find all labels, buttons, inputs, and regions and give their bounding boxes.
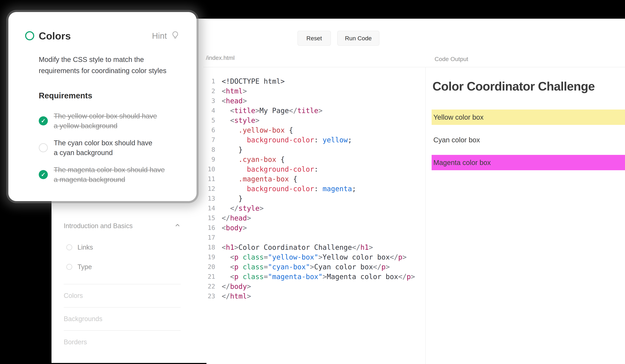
code-text[interactable]: </html> xyxy=(222,291,251,301)
sidebar-item-label: Type xyxy=(77,263,92,271)
line-number: 16 xyxy=(202,223,215,233)
code-text[interactable]: .yellow-box { xyxy=(222,125,293,135)
code-text[interactable]: <style> xyxy=(222,115,259,125)
code-text[interactable]: <p class="magenta-box">Magenta color box… xyxy=(222,272,415,281)
hint-label: Hint xyxy=(152,31,167,41)
requirement-text: The yellow color box should havea yellow… xyxy=(54,111,157,131)
code-line[interactable]: 6 .yellow-box { xyxy=(202,125,415,135)
code-text[interactable]: } xyxy=(222,145,243,155)
sidebar-item-links[interactable]: Links xyxy=(66,242,93,253)
circle-icon xyxy=(39,143,48,152)
check-circle-icon: ✓ xyxy=(39,116,48,125)
sidebar-item-label: Links xyxy=(77,244,93,251)
circle-icon xyxy=(66,264,72,270)
output-panel-label: Code Output xyxy=(435,56,468,62)
code-line[interactable]: 5 <style> xyxy=(202,115,415,125)
line-number: 20 xyxy=(202,262,215,272)
code-text[interactable]: <h1>Color Coordinator Challenge</h1> xyxy=(222,242,373,252)
code-line[interactable]: 9 .cyan-box { xyxy=(202,155,415,164)
code-line[interactable]: 10 background-color: xyxy=(202,164,415,174)
sidebar-section-label: Backgrounds xyxy=(64,315,102,323)
check-circle-icon: ✓ xyxy=(39,170,48,179)
lesson-list: LinksType xyxy=(66,242,93,272)
code-text[interactable]: </style> xyxy=(222,203,264,213)
code-text[interactable]: <head> xyxy=(222,96,247,106)
code-text[interactable]: } xyxy=(222,194,243,203)
line-number: 5 xyxy=(202,115,215,125)
code-text[interactable]: </head> xyxy=(222,213,251,223)
hint-button[interactable]: Hint xyxy=(152,30,180,41)
code-line[interactable]: 20 <p class="cyan-box">Cyan color box</p… xyxy=(202,262,415,272)
reset-button[interactable]: Reset xyxy=(297,31,331,46)
line-number: 2 xyxy=(202,86,215,96)
code-text[interactable]: background-color: xyxy=(222,164,318,174)
code-text[interactable]: <body> xyxy=(222,223,247,233)
code-editor[interactable]: 1<!DOCTYPE html>2<html>3<head>4 <title>M… xyxy=(202,76,415,301)
line-number: 12 xyxy=(202,184,215,194)
sidebar-section-colors[interactable]: Colors xyxy=(64,284,181,307)
task-card: Colors Hint Modify the CSS style to matc… xyxy=(8,12,196,201)
code-text[interactable]: <p class="yellow-box">Yellow color box</… xyxy=(222,252,407,262)
code-line[interactable]: 2<html> xyxy=(202,86,415,96)
line-number: 7 xyxy=(202,135,215,145)
sidebar-section-label: Colors xyxy=(64,292,83,300)
code-line[interactable]: 3<head> xyxy=(202,96,415,106)
output-box: Yellow color box xyxy=(432,110,625,125)
line-number: 3 xyxy=(202,96,215,106)
output-heading: Color Coordinator Challenge xyxy=(433,79,595,93)
code-line[interactable]: 7 background-color: yellow; xyxy=(202,135,415,145)
requirement-text: The magenta color box should havea magen… xyxy=(54,165,165,184)
code-text[interactable]: <title>My Page</title> xyxy=(222,106,322,115)
code-line[interactable]: 21 <p class="magenta-box">Magenta color … xyxy=(202,272,415,281)
code-text[interactable]: <p class="cyan-box">Cyan color box</p> xyxy=(222,262,390,272)
line-number: 15 xyxy=(202,213,215,223)
task-description: Modify the CSS style to match therequire… xyxy=(39,54,166,76)
window-bottom-edge xyxy=(52,363,206,364)
panel-divider xyxy=(425,67,426,364)
line-number: 6 xyxy=(202,125,215,135)
code-text[interactable]: .cyan-box { xyxy=(222,155,285,164)
output-box: Cyan color box xyxy=(432,132,625,147)
collapsed-section-list: ColorsBackgroundsBorders xyxy=(64,284,181,354)
chevron-up-icon[interactable] xyxy=(174,222,181,230)
output-box: Magenta color box xyxy=(432,155,625,170)
code-line[interactable]: 13 } xyxy=(202,194,415,203)
code-line[interactable]: 18<h1>Color Coordinator Challenge</h1> xyxy=(202,242,415,252)
code-line[interactable]: 1<!DOCTYPE html> xyxy=(202,76,415,86)
sidebar-section-header[interactable]: Introduction and Basics xyxy=(64,221,181,231)
code-line[interactable]: 11 .magenta-box { xyxy=(202,174,415,184)
sidebar-item-type[interactable]: Type xyxy=(66,261,93,272)
sidebar-section-label: Introduction and Basics xyxy=(64,222,133,230)
code-line[interactable]: 8 } xyxy=(202,145,415,155)
task-description-line: Modify the CSS style to match the xyxy=(39,54,166,65)
line-number: 18 xyxy=(202,242,215,252)
sidebar-section-backgrounds[interactable]: Backgrounds xyxy=(64,307,181,330)
code-line[interactable]: 16<body> xyxy=(202,223,415,233)
sidebar-section-borders[interactable]: Borders xyxy=(64,330,181,354)
line-number: 8 xyxy=(202,145,215,155)
code-line[interactable]: 22</body> xyxy=(202,281,415,291)
line-number: 17 xyxy=(202,233,215,242)
line-number: 1 xyxy=(202,76,215,86)
code-text[interactable]: </body> xyxy=(222,281,251,291)
code-line[interactable]: 12 background-color: magenta; xyxy=(202,184,415,194)
code-line[interactable]: 4 <title>My Page</title> xyxy=(202,106,415,115)
line-number: 13 xyxy=(202,194,215,203)
task-description-line: requirements for coordinating color styl… xyxy=(39,65,166,76)
page-background: { "task_card": { "title": "Colors", "hin… xyxy=(0,0,625,364)
line-number: 21 xyxy=(202,272,215,281)
code-text[interactable]: background-color: yellow; xyxy=(222,135,352,145)
run-code-button[interactable]: Run Code xyxy=(337,31,379,46)
code-line[interactable]: 15</head> xyxy=(202,213,415,223)
code-line[interactable]: 14 </style> xyxy=(202,203,415,213)
requirement-item: The cyan color box should havea cyan bac… xyxy=(39,138,165,158)
code-text[interactable]: background-color: magenta; xyxy=(222,184,356,194)
code-text[interactable]: .magenta-box { xyxy=(222,174,297,184)
code-line[interactable]: 19 <p class="yellow-box">Yellow color bo… xyxy=(202,252,415,262)
code-text[interactable]: <html> xyxy=(222,86,247,96)
code-line[interactable]: 17 xyxy=(202,233,415,242)
code-text[interactable]: <!DOCTYPE html> xyxy=(222,76,285,86)
code-line[interactable]: 23</html> xyxy=(202,291,415,301)
output-boxes: Yellow color boxCyan color boxMagenta co… xyxy=(432,110,625,170)
requirement-item: ✓The magenta color box should havea mage… xyxy=(39,165,165,184)
